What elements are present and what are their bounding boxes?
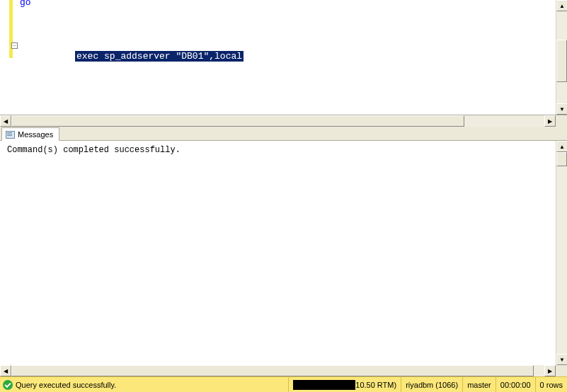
scroll-thumb[interactable] [556,40,567,82]
status-user: riyadbm (1066) [401,377,462,392]
scroll-up-button[interactable]: ▲ [556,141,567,152]
tab-messages[interactable]: Messages [1,127,59,141]
editor-gutter [0,0,18,115]
hscroll-track[interactable] [11,365,544,376]
scroll-right-button[interactable]: ▶ [544,115,556,127]
ssms-window: go exec sp_addserver "DB01",local ▲ ▼ ◀ … [0,0,567,392]
status-right: 10.50 RTM) riyadbm (1066) master 00:00:0… [288,377,567,392]
status-left: Query executed successfully. [0,380,288,390]
messages-icon [5,130,15,139]
sql-editor-pane: go exec sp_addserver "DB01",local ▲ ▼ [0,0,567,115]
status-rows: 0 rows [535,377,567,392]
scroll-track[interactable] [556,11,567,103]
scroll-up-button[interactable]: ▲ [556,0,567,11]
hscroll-thumb[interactable] [11,365,534,376]
messages-output[interactable]: Command(s) completed successfully. [7,145,181,155]
editor-hscrollbar[interactable]: ◀ ▶ [0,115,556,127]
change-marker [9,0,13,58]
tab-messages-label: Messages [18,130,53,139]
status-version: 10.50 RTM) [355,381,396,389]
redacted-server [293,380,355,390]
status-server: 10.50 RTM) [288,377,401,392]
messages-pane: Command(s) completed successfully. ▲ ▼ [0,141,567,365]
fold-toggle-icon[interactable] [11,42,18,49]
selected-sql: exec sp_addserver "DB01",local [75,51,244,62]
sql-editor[interactable]: go exec sp_addserver "DB01",local [0,0,556,115]
messages-hscrollbar[interactable]: ◀ ▶ [0,365,556,376]
success-icon [3,380,13,390]
scroll-left-button[interactable]: ◀ [0,115,11,127]
results-tab-bar: Messages [0,127,567,141]
scroll-track[interactable] [556,152,567,354]
scroll-corner [556,365,567,376]
status-elapsed: 00:00:00 [496,377,535,392]
messages-vscrollbar[interactable]: ▲ ▼ [556,141,567,365]
scroll-thumb[interactable] [556,152,567,166]
hscroll-track[interactable] [11,115,544,127]
scroll-down-button[interactable]: ▼ [556,354,567,365]
proc-args: "DB01",local [176,51,242,62]
messages-hscroll-row: ◀ ▶ [0,365,567,376]
keyword-exec: exec [76,51,98,62]
hscroll-thumb[interactable] [11,115,464,127]
proc-name: sp_addserver [98,51,176,62]
scroll-corner [556,115,567,127]
scroll-right-button[interactable]: ▶ [544,365,556,376]
editor-vscrollbar[interactable]: ▲ ▼ [556,0,567,115]
scroll-down-button[interactable]: ▼ [556,103,567,115]
keyword-go: go [20,0,31,8]
status-bar: Query executed successfully. 10.50 RTM) … [0,376,567,392]
editor-hscroll-row: ◀ ▶ [0,115,567,127]
code-text[interactable]: go exec sp_addserver "DB01",local [20,0,64,45]
scroll-left-button[interactable]: ◀ [0,365,11,376]
status-database: master [462,377,496,392]
status-message: Query executed successfully. [16,381,116,389]
